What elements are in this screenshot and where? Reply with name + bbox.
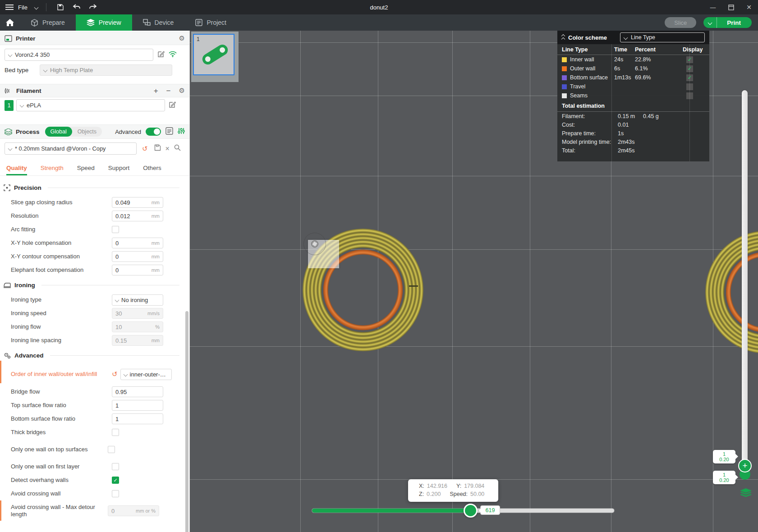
print-dropdown[interactable] xyxy=(703,17,717,28)
filament-section-header[interactable]: Filament + − ⚙ xyxy=(0,84,189,97)
maximize-button[interactable] xyxy=(722,0,740,14)
setting-input[interactable]: 1 xyxy=(112,400,163,411)
preview-viewport[interactable]: 1 Color scheme Line Type Line Type Time xyxy=(190,31,758,532)
divider xyxy=(611,44,612,161)
setting-checkbox[interactable]: ✓ xyxy=(112,226,119,233)
move-slider-handle[interactable] xyxy=(464,504,478,518)
process-list-icon[interactable] xyxy=(165,127,173,137)
tab-project[interactable]: Project xyxy=(184,14,237,31)
tab-support[interactable]: Support xyxy=(108,161,129,175)
setting-checkbox[interactable]: ✓ xyxy=(112,477,119,484)
bottom-surface-color-swatch xyxy=(562,75,567,80)
plate-thumbnail[interactable]: 1 xyxy=(191,32,239,82)
printer-settings-gear-icon[interactable]: ⚙ xyxy=(179,34,185,42)
bed-type-select[interactable]: High Temp Plate xyxy=(40,64,172,76)
chevron-down-icon xyxy=(8,53,13,57)
tab-strength[interactable]: Strength xyxy=(41,161,64,175)
process-parameters-icon[interactable] xyxy=(178,127,185,137)
legend-row: Bottom surface 1m13s 69.6% ✓ xyxy=(557,73,709,82)
setting-select[interactable]: No ironing xyxy=(112,294,163,306)
remove-filament-button[interactable]: − xyxy=(166,87,171,95)
tab-device[interactable]: Device xyxy=(132,14,185,31)
modified-marker xyxy=(0,500,1,521)
setting-row: X-Y contour compensation 0mm xyxy=(0,250,183,263)
project-icon xyxy=(195,19,202,26)
tab-quality[interactable]: Quality xyxy=(6,161,27,175)
legend-row: Seams ✓ xyxy=(557,91,709,100)
process-global-pill[interactable]: Global xyxy=(45,127,72,137)
setting-input[interactable]: 0mm xyxy=(112,238,163,248)
setting-row: Elephant foot compensation 0mm xyxy=(0,263,183,277)
move-slider-track[interactable] xyxy=(312,509,614,513)
filament-edit-icon[interactable] xyxy=(169,101,176,110)
layer-slider-upper-handle[interactable]: + xyxy=(738,459,752,472)
advanced-toggle[interactable] xyxy=(146,128,161,136)
save-icon[interactable] xyxy=(55,2,66,12)
filament-select[interactable]: ePLA xyxy=(16,99,165,111)
filament-section-title: Filament xyxy=(16,87,41,94)
preset-reset-icon[interactable]: ↺ xyxy=(142,145,148,153)
setting-select[interactable]: inner-outer-… xyxy=(120,369,172,380)
slice-button[interactable]: Slice xyxy=(665,17,696,28)
print-button[interactable]: Print xyxy=(703,17,752,28)
layer-slider-track[interactable] xyxy=(742,90,748,472)
tab-preview[interactable]: Preview xyxy=(76,14,132,31)
setting-checkbox[interactable]: ✓ xyxy=(108,446,115,453)
setting-input[interactable]: 0mm xyxy=(112,251,163,262)
redo-icon[interactable] xyxy=(87,2,99,12)
minimize-button[interactable]: — xyxy=(704,0,722,14)
setting-checkbox[interactable]: ✓ xyxy=(112,463,119,470)
preset-select[interactable]: * 0.20mm Standard @Voron - Copy xyxy=(5,142,137,155)
preset-search-icon[interactable] xyxy=(174,144,181,153)
process-objects-pill[interactable]: Objects xyxy=(72,127,102,137)
chevron-down-icon xyxy=(123,372,128,376)
home-button[interactable] xyxy=(0,14,20,31)
filament-spool-icon xyxy=(5,87,13,94)
bed-type-label: Bed type xyxy=(5,67,40,73)
setting-checkbox[interactable]: ✓ xyxy=(112,429,119,436)
setting-input[interactable]: 0.049mm xyxy=(112,197,163,208)
view-mode-select[interactable]: Line Type xyxy=(620,32,705,42)
tab-prepare[interactable]: Prepare xyxy=(20,14,76,31)
file-menu[interactable]: File xyxy=(18,4,28,11)
add-filament-button[interactable]: + xyxy=(154,87,158,95)
layers-view-icon[interactable] xyxy=(740,488,752,500)
tab-speed[interactable]: Speed xyxy=(77,161,95,175)
filament-slot-badge: 1 xyxy=(5,100,14,111)
preset-save-icon[interactable] xyxy=(154,144,161,153)
printer-connection-wifi-icon[interactable] xyxy=(169,51,177,59)
window-title: donut2 xyxy=(0,4,758,11)
setting-input[interactable]: 0.95 xyxy=(112,386,163,397)
setting-row: Detect overhang walls ✓ xyxy=(0,473,183,487)
setting-row: Bottom surface flow ratio 1 xyxy=(0,412,183,426)
sidebar: Printer ⚙ Voron2.4 350 Bed type High Tem… xyxy=(0,31,190,532)
move-slider-fill xyxy=(312,509,470,513)
divider xyxy=(689,44,690,161)
filament-settings-gear-icon[interactable]: ⚙ xyxy=(179,87,185,95)
modified-marker xyxy=(0,361,1,383)
setting-input[interactable]: 0mm xyxy=(112,265,163,275)
ironing-icon xyxy=(4,282,11,288)
printer-edit-icon[interactable] xyxy=(157,50,165,60)
setting-row: Top surface flow ratio 1 xyxy=(0,399,183,412)
setting-input: 30mm/s xyxy=(112,308,163,319)
settings-scrollbar[interactable] xyxy=(185,311,188,532)
undo-icon[interactable] xyxy=(71,2,83,12)
printer-section-header[interactable]: Printer ⚙ xyxy=(0,32,189,45)
close-button[interactable]: ✕ xyxy=(740,0,758,14)
plate-thumbnail-selected[interactable]: 1 xyxy=(193,34,234,75)
tab-others[interactable]: Others xyxy=(143,161,161,175)
process-layers-icon xyxy=(5,128,12,135)
setting-input[interactable]: 1 xyxy=(112,413,163,424)
section-advanced: Advanced xyxy=(0,347,183,363)
preset-delete-icon[interactable]: × xyxy=(165,145,170,152)
setting-checkbox[interactable]: ✓ xyxy=(112,490,119,497)
collapse-panel-icon[interactable] xyxy=(562,35,565,41)
setting-input[interactable]: 0.012mm xyxy=(112,211,163,221)
move-slider-value-badge: 619 xyxy=(480,505,500,515)
reset-setting-icon[interactable]: ↺ xyxy=(112,370,118,378)
file-menu-chevron-icon[interactable] xyxy=(34,5,39,9)
printer-select[interactable]: Voron2.4 350 xyxy=(5,49,153,61)
hamburger-icon[interactable] xyxy=(5,5,14,10)
setting-row: Ironing type No ironing xyxy=(0,293,183,307)
